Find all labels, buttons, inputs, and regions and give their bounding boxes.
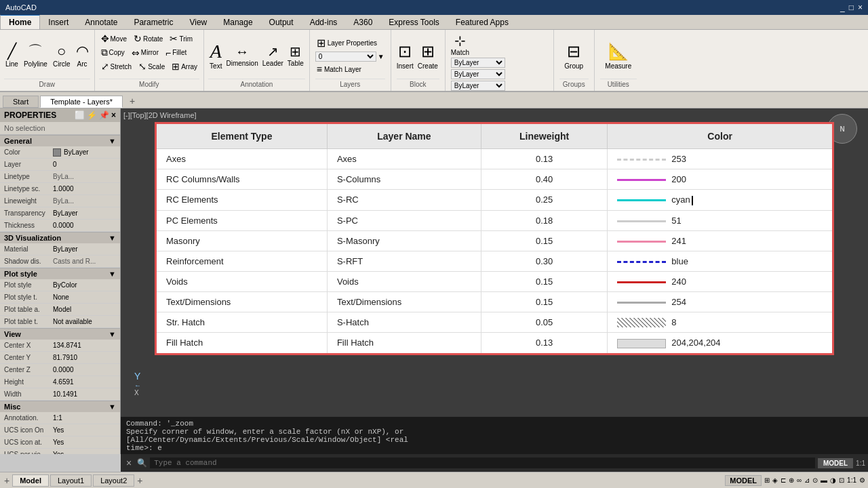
status-icon-otrack[interactable]: ∞ xyxy=(797,476,802,484)
cell-color[interactable]: 51 xyxy=(608,210,833,230)
measure-button[interactable]: 📐 Measure xyxy=(605,42,631,70)
section-view-header[interactable]: View ▼ xyxy=(0,328,120,340)
tab-featuredapps[interactable]: Featured Apps xyxy=(448,16,517,29)
status-icon-ucs[interactable]: ⊿ xyxy=(804,476,810,484)
cell-color[interactable]: 254 xyxy=(608,291,833,312)
doc-tab-template[interactable]: Template - Layers* xyxy=(40,96,123,108)
panel-icon-pin[interactable]: 📌 xyxy=(99,110,109,120)
table-row[interactable]: PC ElementsS-PC0.1851 xyxy=(156,210,833,230)
insert-button[interactable]: ⊡ Insert xyxy=(397,42,414,70)
add-tab-button[interactable]: + xyxy=(3,475,11,486)
bylayer-dropdown-1[interactable]: ByLayer xyxy=(451,58,505,68)
tab-insert[interactable]: Insert xyxy=(40,16,77,29)
tab-annotate[interactable]: Annotate xyxy=(77,16,125,29)
bylayer-dropdown-2[interactable]: ByLayer xyxy=(451,69,505,79)
table-row[interactable]: ReinforcementS-RFT0.30blue xyxy=(156,251,833,271)
leader-button[interactable]: ↗ Leader xyxy=(261,43,285,68)
prop-plot-table-a: Plot table a. Model xyxy=(0,304,120,316)
status-icon-polar[interactable]: ⊕ xyxy=(789,476,794,484)
tab-home[interactable]: Home xyxy=(0,14,40,29)
cell-color[interactable]: 204,204,204 xyxy=(608,333,833,354)
status-icon-snap[interactable]: ◈ xyxy=(772,476,778,484)
minimize-btn[interactable]: _ xyxy=(840,3,845,12)
table-row[interactable]: MasonryS-Masonry0.15241 xyxy=(156,230,833,251)
array-button[interactable]: ⊞Array xyxy=(170,60,199,73)
tab-parametric[interactable]: Parametric xyxy=(125,16,181,29)
section-general-header[interactable]: General ▼ xyxy=(0,135,120,146)
maximize-btn[interactable]: □ xyxy=(849,3,854,12)
table-row[interactable]: VoidsVoids0.15240 xyxy=(156,271,833,291)
scale-button[interactable]: ⤡Scale xyxy=(136,60,167,73)
mirror-button[interactable]: ⇔Mirror xyxy=(130,46,161,59)
table-button[interactable]: ⊞ Table xyxy=(286,43,305,68)
panel-icon-select[interactable]: ⬜ xyxy=(75,110,85,120)
table-row[interactable]: RC Columns/WallsS-Columns0.40200 xyxy=(156,169,833,190)
close-btn[interactable]: × xyxy=(858,3,863,12)
circle-button[interactable]: ○ Circle xyxy=(52,43,72,69)
tab-output[interactable]: Output xyxy=(261,16,302,29)
cell-layer-name: S-Hatch xyxy=(327,312,481,333)
status-icon-transp[interactable]: ◑ xyxy=(830,476,836,484)
text-button[interactable]: A Text xyxy=(208,41,223,71)
new-tab-button[interactable]: + xyxy=(124,94,140,108)
status-icon-lw[interactable]: ▬ xyxy=(821,476,827,484)
color-value: 51 xyxy=(671,216,681,226)
group-button[interactable]: ⊟ Group xyxy=(564,42,583,70)
layer-properties-button[interactable]: ⊞Layer Properties xyxy=(315,36,385,50)
table-row[interactable]: RC ElementsS-RC0.25cyan xyxy=(156,190,833,211)
layout-add-btn[interactable]: + xyxy=(136,475,144,486)
match-layer-button[interactable]: ≡Match Layer xyxy=(315,63,385,75)
arc-button[interactable]: ◠ Arc xyxy=(75,43,90,69)
create-button[interactable]: ⊞ Create xyxy=(418,42,438,70)
layer-dropdown-arrow[interactable]: ▼ xyxy=(378,53,384,60)
polyline-button[interactable]: ⌒ Polyline xyxy=(22,43,49,69)
command-input[interactable] xyxy=(150,458,815,468)
section-plotstyle-header[interactable]: Plot style ▼ xyxy=(0,268,120,279)
tab-expresstools[interactable]: Express Tools xyxy=(380,16,447,29)
move-button[interactable]: ✥Move xyxy=(99,33,129,45)
table-row[interactable]: AxesAxes0.13253 xyxy=(156,149,833,169)
copy-button[interactable]: ⧉Copy xyxy=(99,46,127,59)
cell-color[interactable]: blue xyxy=(608,251,833,271)
model-tab[interactable]: Model xyxy=(12,474,49,487)
cell-color[interactable]: 241 xyxy=(608,230,833,251)
doc-tab-start[interactable]: Start xyxy=(3,96,39,108)
table-row[interactable]: Fill HatchFill Hatch0.13204,204,204 xyxy=(156,333,833,354)
cell-color[interactable]: cyan xyxy=(608,190,833,211)
line-button[interactable]: ╱ Line xyxy=(4,43,20,69)
section-3dviz-header[interactable]: 3D Visualization ▼ xyxy=(0,232,120,243)
input-close-icon[interactable]: × xyxy=(123,458,134,468)
tab-manage[interactable]: Manage xyxy=(215,16,260,29)
table-row[interactable]: Str. HatchS-Hatch0.058 xyxy=(156,312,833,333)
status-icon-grid[interactable]: ⊞ xyxy=(764,476,770,484)
layer-dropdown[interactable]: 0 xyxy=(315,52,376,62)
cell-color[interactable]: 240 xyxy=(608,271,833,291)
fillet-button[interactable]: ⌐Fillet xyxy=(163,46,189,59)
cell-color[interactable]: 200 xyxy=(608,169,833,190)
tab-addins[interactable]: Add-ins xyxy=(302,16,346,29)
match-properties-button[interactable]: ⊹ Match xyxy=(451,33,469,56)
layout1-tab[interactable]: Layout1 xyxy=(50,474,92,487)
dimension-button[interactable]: ↔ Dimension xyxy=(224,43,259,68)
prop-plot-style: Plot style ByColor xyxy=(0,279,120,291)
tab-a360[interactable]: A360 xyxy=(345,16,380,29)
status-icon-select[interactable]: ⊡ xyxy=(839,476,844,484)
bylayer-dropdown-3[interactable]: ByLayer xyxy=(451,81,505,91)
panel-icon-quick[interactable]: ⚡ xyxy=(87,110,97,120)
panel-icon-close[interactable]: × xyxy=(111,110,116,120)
cell-color[interactable]: 253 xyxy=(608,149,833,169)
status-icon-dyn[interactable]: ⊙ xyxy=(812,476,818,484)
tab-view[interactable]: View xyxy=(181,16,215,29)
table-row[interactable]: Text/DimensionsText/Dimensions0.15254 xyxy=(156,291,833,312)
status-icon-settings[interactable]: ⚙ xyxy=(859,476,865,484)
layout2-tab[interactable]: Layout2 xyxy=(93,474,134,487)
trim-button[interactable]: ✂Trim xyxy=(167,33,195,45)
status-icon-ortho[interactable]: ⊏ xyxy=(781,476,786,484)
color-line-indicator xyxy=(617,302,666,304)
section-misc-header[interactable]: Misc ▼ xyxy=(0,401,120,412)
rotate-button[interactable]: ↻Rotate xyxy=(132,33,165,45)
stretch-button[interactable]: ⤢Stretch xyxy=(99,60,134,73)
cell-lineweight: 0.40 xyxy=(481,169,607,190)
cell-color[interactable]: 8 xyxy=(608,312,833,333)
main-canvas[interactable]: [-][Top][2D Wireframe] N Y ← X Element T… xyxy=(121,108,868,454)
